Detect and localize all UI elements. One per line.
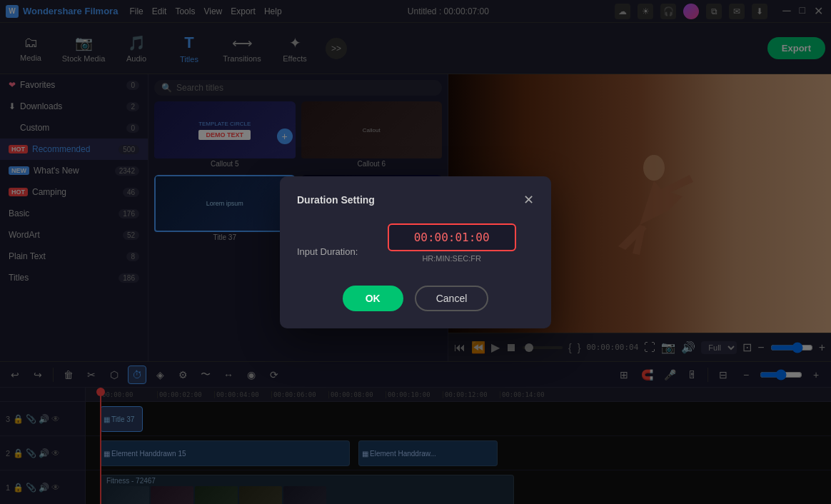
dialog-input-container: HR:MIN:SEC:FR <box>369 223 534 280</box>
duration-dialog: Duration Setting ✕ Input Duration: HR:MI… <box>280 176 551 328</box>
dialog-overlay: Duration Setting ✕ Input Duration: HR:MI… <box>0 0 831 504</box>
duration-input[interactable] <box>388 223 516 251</box>
dialog-input-row: Input Duration: HR:MIN:SEC:FR <box>297 223 534 280</box>
dialog-title: Duration Setting <box>297 194 375 206</box>
cancel-button[interactable]: Cancel <box>415 286 489 311</box>
dialog-header: Duration Setting ✕ <box>297 193 534 206</box>
dialog-close-button[interactable]: ✕ <box>523 193 534 206</box>
ok-button[interactable]: OK <box>343 286 403 311</box>
format-hint: HR:MIN:SEC:FR <box>422 254 481 263</box>
dialog-buttons: OK Cancel <box>297 286 534 311</box>
dialog-input-label: Input Duration: <box>297 246 358 257</box>
